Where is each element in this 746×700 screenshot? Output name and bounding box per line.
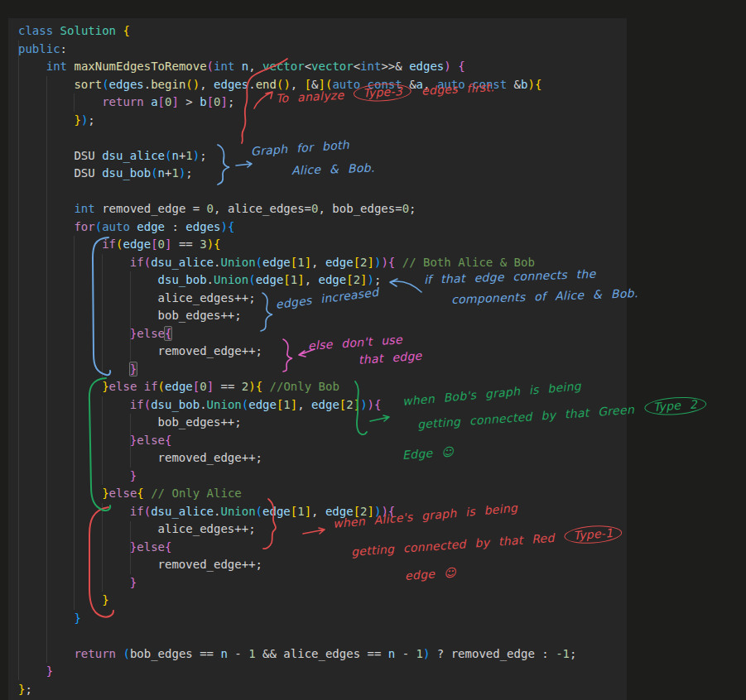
code-token: { [137, 487, 143, 500]
code-token [18, 95, 102, 108]
code-token: ) [360, 398, 367, 411]
code-token: 1 [171, 166, 178, 180]
code-token: ) [221, 220, 228, 233]
code-line: for(auto edge : edges){ [18, 218, 576, 237]
code-token: ( [256, 256, 262, 269]
code-token: dsu_alice [102, 149, 165, 162]
code-line: } [18, 574, 576, 592]
code-token: { [535, 78, 541, 91]
code-token [395, 256, 402, 269]
code-token: [ [339, 398, 346, 411]
code-token: && alice_edges == [256, 647, 388, 660]
code-token: ] [171, 95, 178, 108]
code-token: int [74, 202, 94, 215]
code-editor[interactable]: class Solution {public: int maxNumEdgesT… [8, 18, 627, 700]
code-token: if [130, 505, 144, 518]
code-token: 2 [354, 273, 360, 286]
code-token: ; [570, 647, 576, 660]
code-token: Union [220, 256, 255, 269]
code-token: } [46, 664, 53, 678]
code-token: ) [248, 380, 255, 393]
code-token: ( [158, 380, 165, 393]
code-token: == [214, 380, 242, 393]
code-token: 0 [200, 380, 206, 393]
code-token [18, 327, 130, 340]
code-token: ] [305, 505, 311, 518]
code-token: else [137, 327, 165, 340]
code-line: } [18, 610, 576, 628]
code-token: dsu_alice [151, 256, 214, 269]
code-token: Union [207, 398, 242, 411]
code-token: . [200, 398, 206, 411]
code-token: ( [144, 398, 151, 411]
code-token [18, 78, 74, 91]
code-token: 2 [346, 398, 353, 411]
code-token: } [129, 362, 137, 376]
code-token: n [158, 166, 165, 180]
code-token: removed_edge = [95, 202, 207, 215]
code-token: end [256, 78, 277, 91]
code-token: dsu_bob [151, 398, 200, 411]
code-token: int [360, 60, 381, 73]
code-token: n [220, 647, 227, 660]
code-token: { [256, 380, 262, 393]
code-token: , [297, 398, 311, 411]
code-token [18, 380, 102, 393]
code-token: 1 [283, 398, 290, 411]
code-token: < [354, 60, 360, 73]
code-token: 1 [291, 273, 297, 286]
code-token: == [171, 237, 200, 251]
code-token: [ [151, 237, 157, 251]
code-line: }; [18, 681, 576, 699]
code-line [18, 627, 576, 645]
code-token: edge [262, 505, 291, 518]
code-token [18, 256, 130, 269]
code-token: 1 [248, 647, 255, 660]
code-token: dsu_bob [102, 166, 151, 180]
screenshot-root: class Solution {public: int maxNumEdgesT… [0, 0, 746, 700]
code-line: int maxNumEdgesToRemove(int n, vector<ve… [18, 58, 576, 76]
code-token: ) [207, 237, 214, 251]
code-token: ( [144, 505, 151, 518]
code-line: public: [18, 41, 576, 59]
code-token [18, 362, 130, 376]
code-line: removed_edge++; [18, 449, 576, 467]
code-token: DSU [18, 149, 102, 162]
code-token: removed_edge++; [18, 344, 262, 357]
code-token: Solution [60, 24, 116, 37]
code-token: DSU [18, 166, 102, 180]
code-token: ) [368, 273, 374, 286]
code-token: Union [214, 273, 248, 286]
code-token: , [311, 505, 325, 518]
code-token: sort [74, 78, 102, 91]
code-token: n [171, 149, 178, 162]
code-token: ) [193, 149, 200, 162]
code-token: . [207, 273, 214, 286]
code-token: ] [291, 398, 297, 411]
code-token: auto [102, 220, 130, 233]
code-token: ( [207, 60, 214, 73]
code-token: { [374, 398, 381, 411]
code-token [18, 505, 130, 518]
code-token: // Both Alice & Bob [402, 256, 535, 269]
code-token: edge [319, 273, 347, 286]
code-token: [ [291, 505, 297, 518]
code-token: ( [248, 273, 255, 286]
code-token: } [102, 593, 108, 607]
code-token: ] [360, 273, 367, 286]
code-token: edges [409, 60, 444, 73]
code-token: // Only Alice [151, 487, 242, 500]
code-token: ] [221, 95, 228, 108]
code-token [137, 380, 143, 393]
code-token: ) [381, 256, 387, 269]
code-token [18, 540, 130, 554]
code-token: //Only Bob [270, 380, 339, 393]
code-token [18, 273, 158, 286]
code-token: } [130, 576, 137, 589]
code-token: n [242, 60, 248, 73]
code-token: 1 [185, 149, 192, 162]
code-token: edge [311, 398, 339, 411]
code-token: . [144, 78, 151, 91]
code-line: removed_edge++; [18, 343, 576, 361]
code-token [18, 664, 46, 678]
